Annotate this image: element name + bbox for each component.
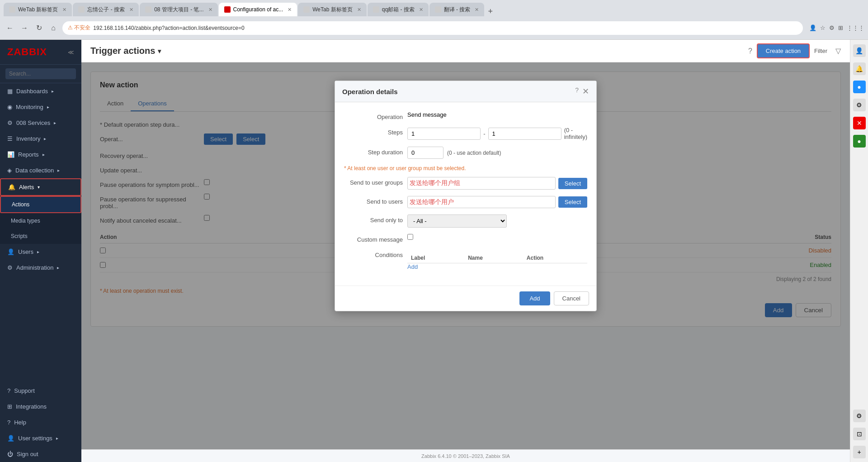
services-icon: ⚙: [7, 119, 13, 126]
browser-tab-wetab2[interactable]: WeTab 新标签页 ✕: [298, 3, 366, 16]
modal-send-only-to-field: - All - SMS Email Jabber: [407, 214, 587, 228]
back-button[interactable]: ←: [4, 22, 16, 34]
title-dropdown-icon[interactable]: ▾: [158, 48, 161, 55]
modal-operation-label: Operation: [344, 111, 403, 120]
sidebar-item-scripts[interactable]: Scripts: [0, 229, 81, 244]
tab-favicon-qq: [373, 6, 379, 13]
tab-close-qq[interactable]: ✕: [419, 7, 423, 13]
browser-tab-wetab1[interactable]: WeTab 新标签页 ✕: [4, 3, 72, 16]
topbar-help-icon[interactable]: ?: [748, 47, 752, 55]
tab-close-search[interactable]: ✕: [129, 7, 133, 13]
top-bar-actions: ? Create action Filter ▽: [745, 43, 841, 58]
refresh-button[interactable]: ↻: [33, 22, 45, 34]
modal-cancel-button[interactable]: Cancel: [554, 291, 589, 305]
tab-favicon-wetab2: [303, 6, 310, 13]
sidebar-item-signout[interactable]: ⏻ Sign out: [0, 446, 81, 462]
user-groups-select-button[interactable]: Select: [558, 178, 587, 189]
right-icon-plus[interactable]: +: [853, 446, 866, 458]
page-title-text: Trigger actions: [90, 46, 155, 56]
right-icon-bell[interactable]: 🔔: [853, 62, 866, 75]
tab-label-wetab2: WeTab 新标签页: [312, 6, 352, 14]
tab-favicon-translate: [435, 6, 441, 13]
modal-add-button[interactable]: Add: [519, 291, 550, 305]
sidebar-item-reports[interactable]: 📊 Reports ▸: [0, 147, 81, 162]
browser-tab-search[interactable]: 忘情公子 - 搜索 ✕: [73, 3, 139, 16]
sidebar-item-monitoring[interactable]: ◉ Monitoring ▸: [0, 99, 81, 115]
steps-from-input[interactable]: [407, 128, 481, 140]
sidebar-item-help[interactable]: ? Help: [0, 414, 81, 430]
send-only-to-select[interactable]: - All - SMS Email Jabber: [407, 214, 507, 228]
browser-tab-qq[interactable]: qq邮箱 - 搜索 ✕: [368, 3, 429, 16]
sidebar-item-users[interactable]: 👤 Users ▸: [0, 244, 81, 260]
modal-steps-label: Steps: [344, 127, 403, 136]
right-icon-green[interactable]: ●: [853, 135, 866, 148]
sidebar-label-mediatypes: Media types: [11, 218, 40, 224]
browser-icon-menu[interactable]: ⋮⋮⋮: [847, 24, 864, 31]
sidebar-collapse-icon[interactable]: ≪: [68, 49, 74, 56]
user-groups-input[interactable]: [407, 177, 556, 190]
browser-icon-star[interactable]: ☆: [820, 24, 826, 31]
forward-button[interactable]: →: [18, 22, 31, 34]
help-icon: ?: [7, 419, 10, 426]
reports-icon: 📊: [7, 151, 14, 158]
administration-icon: ⚙: [7, 264, 13, 271]
home-button[interactable]: ⌂: [47, 22, 60, 34]
sidebar-item-services[interactable]: ⚙ 008 Services ▸: [0, 115, 81, 131]
tab-close-wetab1[interactable]: ✕: [62, 7, 66, 13]
sidebar-item-alerts[interactable]: 🔔 Alerts ▾: [0, 178, 81, 196]
chevron-services: ▸: [54, 120, 56, 125]
tab-close-wetab2[interactable]: ✕: [357, 7, 361, 13]
sidebar-item-datacollection[interactable]: ◈ Data collection ▸: [0, 162, 81, 178]
address-bar[interactable]: ⚠ 不安全 192.168.116.140/zabbix.php?action=…: [62, 21, 803, 35]
browser-icon-settings[interactable]: ⚙: [829, 24, 835, 31]
right-icon-user[interactable]: 👤: [853, 44, 866, 57]
step-duration-hint: (0 - use action default): [447, 150, 501, 156]
modal-close-button[interactable]: ✕: [582, 86, 589, 96]
operation-details-modal: Operation details ? ✕ Operation Send mes…: [335, 81, 597, 311]
address-text: 192.168.116.140/zabbix.php?action=action…: [93, 25, 244, 31]
users-select-button[interactable]: Select: [558, 196, 587, 208]
sidebar-item-usersettings[interactable]: 👤 User settings ▸: [0, 430, 81, 446]
right-icon-blue[interactable]: ●: [853, 81, 866, 93]
sidebar-label-help: Help: [14, 419, 26, 426]
users-input[interactable]: [407, 196, 556, 208]
sidebar-item-actions[interactable]: Actions: [0, 196, 81, 213]
sidebar-item-support[interactable]: ? Support: [0, 383, 81, 399]
tab-label-wetab1: WeTab 新标签页: [18, 6, 58, 14]
modal-user-groups-row: Send to user groups 发送给哪个用户组 Select: [344, 177, 587, 190]
tab-close-doc[interactable]: ✕: [208, 7, 212, 13]
modal-header-actions: ? ✕: [575, 86, 589, 96]
browser-tab-doc[interactable]: 08 管理大项目 - 笔... ✕: [140, 3, 217, 16]
conditions-add-link[interactable]: Add: [407, 263, 418, 270]
users-icon: 👤: [7, 248, 14, 255]
modal-users-row: Send to users 发送给哪个用户 Select: [344, 196, 587, 208]
usersettings-icon: 👤: [7, 435, 14, 442]
chevron-monitoring: ▸: [47, 105, 49, 110]
sidebar-item-integrations[interactable]: ⊞ Integrations: [0, 399, 81, 414]
sidebar-search-input[interactable]: [5, 68, 76, 79]
chevron-dashboards: ▸: [52, 89, 54, 94]
step-duration-input[interactable]: [407, 147, 443, 159]
sidebar-item-dashboards[interactable]: ▦ Dashboards ▸: [0, 83, 81, 99]
browser-icon-extensions[interactable]: ⊞: [838, 24, 843, 31]
sidebar-item-inventory[interactable]: ☰ Inventory ▸: [0, 131, 81, 147]
steps-to-input[interactable]: [488, 128, 561, 140]
sidebar-item-mediatypes[interactable]: Media types: [0, 213, 81, 229]
right-icon-gear[interactable]: ⚙: [853, 99, 866, 111]
modal-help-icon[interactable]: ?: [575, 86, 579, 96]
modal-overlay[interactable]: Operation details ? ✕ Operation Send mes…: [81, 62, 850, 449]
right-icon-red[interactable]: ✕: [853, 117, 866, 129]
custom-message-checkbox[interactable]: [407, 234, 413, 240]
tab-close-translate[interactable]: ✕: [475, 7, 479, 13]
right-icon-settings[interactable]: ⚙: [853, 410, 866, 422]
sidebar-item-administration[interactable]: ⚙ Administration ▸: [0, 260, 81, 276]
modal-custom-message-row: Custom message: [344, 234, 587, 243]
browser-tab-zabbix[interactable]: Configuration of ac... ✕: [219, 3, 297, 16]
tab-close-zabbix[interactable]: ✕: [288, 7, 292, 13]
browser-icon-profile[interactable]: 👤: [809, 24, 816, 31]
right-icon-expand[interactable]: ⊡: [853, 428, 866, 440]
filter-icon[interactable]: ▽: [835, 47, 841, 55]
create-action-button[interactable]: Create action: [757, 43, 810, 58]
new-tab-button[interactable]: +: [488, 7, 493, 16]
browser-tab-translate[interactable]: 翻译 - 搜索 ✕: [429, 3, 485, 16]
